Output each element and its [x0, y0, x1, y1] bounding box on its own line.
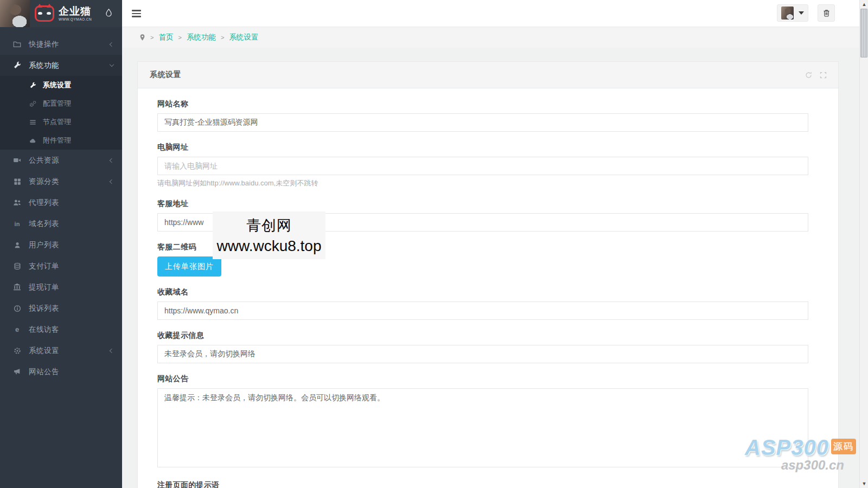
chevron-left-icon: [110, 348, 114, 352]
favorite-tip-input[interactable]: [157, 345, 808, 363]
logo-subtitle: WWW.QYMAO.CN: [59, 18, 92, 22]
gear-icon: [12, 347, 22, 355]
wrench-icon: [12, 61, 22, 69]
sidebar-item-system-settings[interactable]: 系统设置: [0, 340, 122, 361]
field-site-announcement: 网站公告 温馨提示：未登录会员，请勿切换网络。会员可以切换网络观看。: [157, 374, 819, 470]
field-label: 注册页面的提示语: [157, 480, 819, 488]
content-area: 系统设置 网站名称 电脑网址 请: [122, 48, 859, 488]
sidebar-item-quick-actions[interactable]: 快捷操作: [0, 34, 122, 55]
watermark-site-url: www.wcku8.top: [217, 237, 322, 255]
sidebar-photo: [0, 0, 30, 27]
breadcrumb-link-system-settings[interactable]: 系统设置: [229, 33, 258, 42]
sidebar-item-label: 用户列表: [29, 240, 113, 250]
sidebar-item-label: 提现订单: [29, 282, 113, 292]
pc-url-input[interactable]: [157, 157, 808, 175]
sidebar-item-label: 系统功能: [29, 61, 110, 70]
field-site-name: 网站名称: [157, 99, 819, 132]
chevron-left-icon: [110, 179, 114, 183]
sidebar-subitem-config-management[interactable]: 配置管理: [0, 94, 122, 113]
browser-icon: e: [12, 325, 22, 333]
sidebar-subitem-label: 系统设置: [43, 80, 71, 90]
upload-image-button[interactable]: 上传单张图片: [157, 256, 221, 277]
cat-logo-icon: [35, 5, 54, 22]
cogs-icon: [29, 100, 37, 107]
sidebar-item-label: 在线访客: [29, 325, 113, 335]
sidebar-item-online-visitors[interactable]: e 在线访客: [0, 319, 122, 340]
database-icon: [12, 262, 22, 270]
chevron-left-icon: [110, 42, 114, 46]
trash-button[interactable]: [818, 4, 835, 22]
megaphone-icon: [12, 368, 22, 376]
video-icon: [12, 156, 22, 164]
sidebar-item-complaint-list[interactable]: 投诉列表: [0, 298, 122, 319]
sidebar-item-domain-list[interactable]: in 域名列表: [0, 213, 122, 234]
sidebar-item-withdrawal-orders[interactable]: 提现订单: [0, 277, 122, 298]
scrollbar-up-arrow[interactable]: ▲: [860, 0, 868, 9]
sidebar-item-user-list[interactable]: 用户列表: [0, 234, 122, 255]
sidebar-subitem-label: 配置管理: [43, 99, 71, 108]
scrollbar-down-arrow[interactable]: ▼: [860, 479, 868, 488]
sidebar-subitem-label: 附件管理: [43, 136, 71, 145]
favorite-domain-input[interactable]: [157, 301, 808, 320]
chevron-down-icon: [110, 62, 114, 67]
watermark-site-name: 青创网: [246, 216, 292, 235]
panel-title: 系统设置: [150, 70, 805, 80]
sidebar-subitem-label: 节点管理: [43, 117, 71, 127]
sidebar-item-label: 支付订单: [29, 261, 113, 271]
sidebar-subitem-system-settings[interactable]: 系统设置: [0, 76, 122, 94]
sidebar-item-label: 公共资源: [29, 156, 110, 165]
sidebar-subitem-attachment-management[interactable]: 附件管理: [0, 131, 122, 150]
grid-icon: [12, 178, 22, 185]
sidebar-subitem-node-management[interactable]: 节点管理: [0, 113, 122, 131]
sidebar-item-agent-list[interactable]: 代理列表: [0, 192, 122, 213]
sidebar-item-label: 网站公告: [29, 367, 113, 377]
logo-bar: 企业猫 WWW.QYMAO.CN: [0, 0, 122, 27]
settings-form: 网站名称 电脑网址 请电脑网址例如http://www.baidu.com,未空…: [138, 88, 838, 488]
submenu-system-functions: 系统设置 配置管理 节点管理 附件管理: [0, 76, 122, 150]
breadcrumb-link-home[interactable]: 首页: [158, 33, 173, 42]
sidebar-item-site-announcements[interactable]: 网站公告: [0, 361, 122, 382]
breadcrumb: > 首页 > 系统功能 > 系统设置: [122, 27, 859, 48]
field-label: 收藏域名: [157, 287, 819, 297]
breadcrumb-separator: >: [178, 34, 181, 41]
linkedin-icon: in: [12, 221, 22, 227]
field-label: 收藏提示信息: [157, 331, 819, 341]
panel-tools: [805, 71, 827, 79]
scrollbar-thumb[interactable]: [860, 9, 867, 57]
folder-icon: [12, 40, 22, 48]
sidebar-item-label: 域名列表: [29, 219, 113, 229]
vertical-scrollbar[interactable]: ▲ ▼: [859, 0, 868, 488]
refresh-icon[interactable]: [805, 71, 813, 79]
location-pin-icon: [139, 34, 145, 41]
logo-text: 企业猫 WWW.QYMAO.CN: [59, 6, 92, 22]
field-pc-url: 电脑网址 请电脑网址例如http://www.baidu.com,未空则不跳转: [157, 143, 819, 188]
sidebar-item-label: 代理列表: [29, 198, 113, 208]
sidebar-menu: 快捷操作 系统功能 系统设置 配置管理: [0, 27, 122, 382]
hamburger-menu-icon[interactable]: [132, 10, 141, 19]
droplet-icon: [105, 8, 113, 18]
users-icon: [12, 198, 22, 207]
sidebar-item-label: 快捷操作: [29, 40, 110, 49]
field-favorite-domain: 收藏域名: [157, 287, 819, 320]
sidebar-item-label: 资源分类: [29, 177, 110, 187]
logo-title: 企业猫: [59, 6, 92, 16]
sidebar-item-resource-categories[interactable]: 资源分类: [0, 171, 122, 192]
field-label: 网站名称: [157, 99, 819, 109]
watermark-center: 青创网 www.wcku8.top: [213, 211, 326, 259]
user-menu-button[interactable]: [777, 4, 808, 22]
field-favorite-tip: 收藏提示信息: [157, 331, 819, 363]
chevron-left-icon: [110, 158, 114, 162]
sidebar-item-system-functions[interactable]: 系统功能: [0, 55, 122, 76]
site-name-input[interactable]: [157, 113, 808, 132]
sidebar-section-system-functions: 系统功能 系统设置 配置管理 节点管理: [0, 55, 122, 150]
breadcrumb-link-system-functions[interactable]: 系统功能: [187, 33, 216, 42]
bank-icon: [12, 283, 22, 291]
sidebar-item-payment-orders[interactable]: 支付订单: [0, 255, 122, 277]
sidebar-item-public-resources[interactable]: 公共资源: [0, 150, 122, 171]
sidebar-item-label: 系统设置: [29, 346, 110, 356]
expand-icon[interactable]: [819, 71, 827, 79]
cloud-icon: [29, 137, 37, 144]
site-announcement-textarea[interactable]: 温馨提示：未登录会员，请勿切换网络。会员可以切换网络观看。: [157, 388, 808, 467]
field-label: 网站公告: [157, 374, 819, 384]
user-icon: [12, 241, 22, 249]
